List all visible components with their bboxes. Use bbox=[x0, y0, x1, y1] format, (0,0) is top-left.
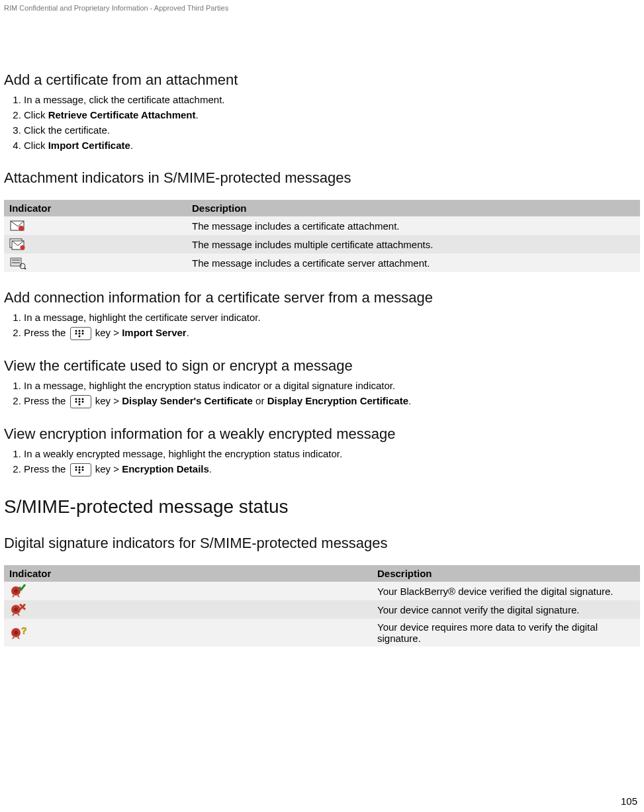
table-header-indicator: Indicator bbox=[4, 200, 187, 216]
step-item: In a weakly encrypted message, highlight… bbox=[24, 447, 640, 461]
step-text: . bbox=[408, 395, 411, 406]
certificate-attachment-icon bbox=[9, 219, 26, 232]
step-bold: Encryption Details bbox=[122, 463, 209, 474]
svg-point-25 bbox=[78, 467, 80, 469]
step-text: Press the bbox=[24, 327, 69, 338]
heading-view-certificate: View the certificate used to sign or enc… bbox=[4, 357, 640, 375]
table-cell-description: Your BlackBerry® device verified the dig… bbox=[372, 582, 640, 600]
step-item: Click Retrieve Certificate Attachment. bbox=[24, 108, 640, 122]
table-cell-indicator bbox=[4, 216, 187, 235]
step-text: key > bbox=[95, 463, 122, 474]
step-text: . bbox=[209, 463, 212, 474]
table-cell-description: Your device requires more data to verify… bbox=[372, 619, 640, 647]
menu-key-icon bbox=[70, 395, 91, 408]
table-cell-indicator bbox=[4, 235, 187, 253]
heading-add-cert-attachment: Add a certificate from an attachment bbox=[4, 71, 640, 89]
svg-point-12 bbox=[81, 330, 83, 332]
svg-point-28 bbox=[78, 469, 80, 471]
step-bold: Retrieve Certificate Attachment bbox=[48, 109, 196, 120]
step-text: Press the bbox=[24, 463, 69, 474]
step-item: In a message, highlight the certificate … bbox=[24, 310, 640, 324]
svg-point-29 bbox=[81, 469, 83, 471]
svg-point-24 bbox=[75, 467, 77, 469]
signature-more-data-icon: ? bbox=[9, 626, 26, 639]
svg-line-9 bbox=[24, 268, 26, 269]
step-text: Press the bbox=[24, 395, 69, 406]
svg-point-17 bbox=[75, 398, 77, 400]
step-bold: Display Sender's Certificate bbox=[122, 395, 253, 406]
table-header-description: Description bbox=[372, 565, 640, 582]
svg-point-13 bbox=[75, 333, 77, 335]
svg-point-21 bbox=[78, 401, 80, 403]
steps-view-encryption-info: In a weakly encrypted message, highlight… bbox=[4, 447, 640, 476]
svg-point-10 bbox=[75, 330, 77, 332]
svg-point-1 bbox=[19, 226, 24, 231]
heading-attachment-indicators: Attachment indicators in S/MIME-protecte… bbox=[4, 169, 640, 187]
table-cell-indicator bbox=[4, 600, 372, 619]
svg-point-11 bbox=[78, 330, 80, 332]
certificate-server-attachment-icon bbox=[9, 256, 26, 269]
step-text: Click bbox=[24, 109, 48, 120]
page-number: 105 bbox=[621, 795, 637, 807]
step-item: In a message, highlight the encryption s… bbox=[24, 379, 640, 392]
step-bold: Import Server bbox=[122, 327, 187, 338]
svg-text:?: ? bbox=[21, 626, 26, 636]
svg-point-27 bbox=[75, 469, 77, 471]
table-header-indicator: Indicator bbox=[4, 565, 372, 582]
step-text: key > bbox=[95, 327, 122, 338]
heading-digital-sig-indicators: Digital signature indicators for S/MIME-… bbox=[4, 535, 640, 552]
svg-point-26 bbox=[81, 467, 83, 469]
table-cell-description: The message includes a certificate attac… bbox=[187, 216, 640, 235]
menu-key-icon bbox=[70, 327, 91, 340]
multiple-certificate-attachment-icon bbox=[9, 238, 26, 251]
digital-signature-indicators-table: Indicator Description Your BlackBerry® d… bbox=[4, 565, 640, 647]
table-cell-description: The message includes multiple certificat… bbox=[187, 235, 640, 253]
svg-point-22 bbox=[81, 401, 83, 403]
svg-point-16 bbox=[78, 336, 80, 338]
step-item: Click the certificate. bbox=[24, 123, 640, 137]
table-cell-description: The message includes a certificate serve… bbox=[187, 253, 640, 272]
svg-point-20 bbox=[75, 401, 77, 403]
svg-rect-6 bbox=[12, 259, 20, 261]
menu-key-icon bbox=[70, 463, 91, 476]
svg-point-19 bbox=[81, 398, 83, 400]
steps-add-connection-info: In a message, highlight the certificate … bbox=[4, 310, 640, 340]
step-text: key > bbox=[95, 395, 122, 406]
step-item: Press the key > Display Sender's Certifi… bbox=[24, 394, 640, 408]
svg-point-15 bbox=[81, 333, 83, 335]
svg-point-30 bbox=[78, 472, 80, 474]
attachment-indicators-table: Indicator Description The message includ… bbox=[4, 200, 640, 272]
table-cell-description: Your device cannot verify the digital si… bbox=[372, 600, 640, 619]
svg-point-32 bbox=[14, 589, 18, 593]
svg-point-36 bbox=[14, 631, 18, 635]
signature-verified-icon bbox=[9, 584, 26, 598]
svg-point-4 bbox=[21, 246, 25, 250]
step-item: Press the key > Import Server. bbox=[24, 326, 640, 340]
step-text: or bbox=[253, 395, 267, 406]
table-cell-indicator bbox=[4, 582, 372, 600]
step-text: . bbox=[187, 327, 189, 338]
steps-view-certificate: In a message, highlight the encryption s… bbox=[4, 379, 640, 408]
table-cell-indicator: ? bbox=[4, 619, 372, 647]
step-text: . bbox=[196, 109, 199, 120]
table-header-description: Description bbox=[187, 200, 640, 216]
svg-point-18 bbox=[78, 398, 80, 400]
steps-add-cert-attachment: In a message, click the certificate atta… bbox=[4, 93, 640, 152]
svg-point-14 bbox=[78, 333, 80, 335]
signature-not-verified-icon bbox=[9, 603, 26, 616]
step-item: In a message, click the certificate atta… bbox=[24, 93, 640, 107]
confidentiality-header: RIM Confidential and Proprietary Informa… bbox=[4, 4, 640, 12]
step-text: Click bbox=[24, 140, 48, 151]
step-item: Click Import Certificate. bbox=[24, 138, 640, 152]
step-text: . bbox=[130, 140, 133, 151]
heading-smime-status: S/MIME-protected message status bbox=[4, 496, 640, 518]
svg-point-23 bbox=[78, 404, 80, 406]
table-cell-indicator bbox=[4, 253, 187, 272]
step-bold: Display Encryption Certificate bbox=[267, 395, 408, 406]
step-bold: Import Certificate bbox=[48, 140, 130, 151]
step-item: Press the key > Encryption Details. bbox=[24, 462, 640, 476]
svg-rect-7 bbox=[12, 262, 20, 263]
heading-view-encryption-info: View encryption information for a weakly… bbox=[4, 426, 640, 443]
heading-add-connection-info: Add connection information for a certifi… bbox=[4, 289, 640, 306]
svg-point-34 bbox=[14, 608, 18, 611]
